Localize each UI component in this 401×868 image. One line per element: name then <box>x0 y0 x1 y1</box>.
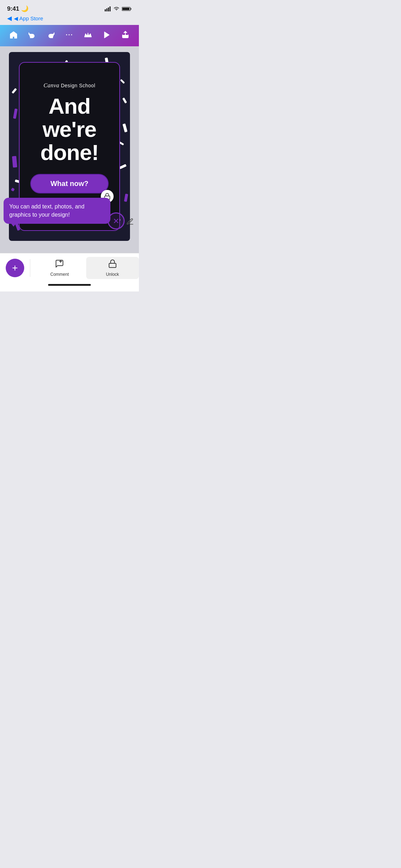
confetti-18 <box>11 187 15 191</box>
unlock-button[interactable]: Unlock <box>86 257 139 279</box>
unlock-icon <box>108 259 117 270</box>
confetti-4 <box>120 79 125 83</box>
confetti-8 <box>12 156 17 167</box>
battery-icon <box>122 6 132 11</box>
svg-rect-14 <box>109 263 116 268</box>
share-button[interactable] <box>119 29 132 41</box>
status-time: 9:41 🌙 <box>7 5 28 12</box>
signal-icon <box>105 6 111 11</box>
home-indicator <box>0 281 139 291</box>
wifi-icon <box>113 6 120 11</box>
svg-rect-3 <box>110 6 111 11</box>
confetti-15 <box>123 97 127 103</box>
svg-rect-0 <box>105 9 106 11</box>
status-bar: 9:41 🌙 <box>0 0 139 14</box>
add-icon: + <box>12 263 18 273</box>
home-bar <box>48 284 91 286</box>
crown-button[interactable] <box>82 29 94 41</box>
canva-toolbar: ··· <box>0 25 139 46</box>
svg-rect-1 <box>106 8 108 11</box>
confetti-11 <box>124 193 128 202</box>
undo-button[interactable] <box>26 29 38 41</box>
confetti-5 <box>13 109 17 119</box>
brand-text: Design School <box>61 83 95 88</box>
canvas-area: Canva Design School And we're done! What… <box>0 46 139 253</box>
tooltip-bubble: You can add text, photos, and graphics t… <box>4 198 110 224</box>
cursor-indicator <box>108 212 125 229</box>
confetti-9 <box>119 164 126 169</box>
play-button[interactable] <box>100 29 113 41</box>
canva-brand: Canva Design School <box>43 82 95 89</box>
toolbar-divider <box>30 259 30 277</box>
confetti-6 <box>123 124 127 133</box>
svg-rect-5 <box>131 8 131 10</box>
tooltip-text: You can add text, photos, and graphics t… <box>9 203 84 217</box>
back-arrow-icon: ◀ <box>7 15 12 22</box>
svg-rect-2 <box>108 7 109 11</box>
unlock-label: Unlock <box>106 272 119 277</box>
redo-button[interactable] <box>45 29 57 41</box>
bottom-toolbar: + Comment Unlock <box>0 253 139 281</box>
app-store-label: ◀ App Store <box>14 15 43 22</box>
comment-label: Comment <box>50 272 69 277</box>
comment-icon <box>55 259 64 270</box>
back-nav[interactable]: ◀ ◀ App Store <box>7 15 43 22</box>
status-icons <box>105 6 132 11</box>
confetti-14 <box>11 88 17 94</box>
edit-pencil-icon <box>126 218 134 227</box>
canva-script-text: Canva <box>43 82 59 88</box>
svg-rect-6 <box>123 7 130 10</box>
what-now-button[interactable]: What now? <box>30 174 109 193</box>
home-button[interactable] <box>7 29 20 41</box>
cursor-x-icon <box>113 217 120 224</box>
add-fab-button[interactable]: + <box>6 259 24 277</box>
app-store-nav[interactable]: ◀ ◀ App Store <box>0 14 139 25</box>
more-button[interactable]: ··· <box>63 29 76 41</box>
svg-marker-7 <box>104 32 109 38</box>
main-text: And we're done! <box>27 94 112 164</box>
comment-button[interactable]: Comment <box>33 257 86 279</box>
